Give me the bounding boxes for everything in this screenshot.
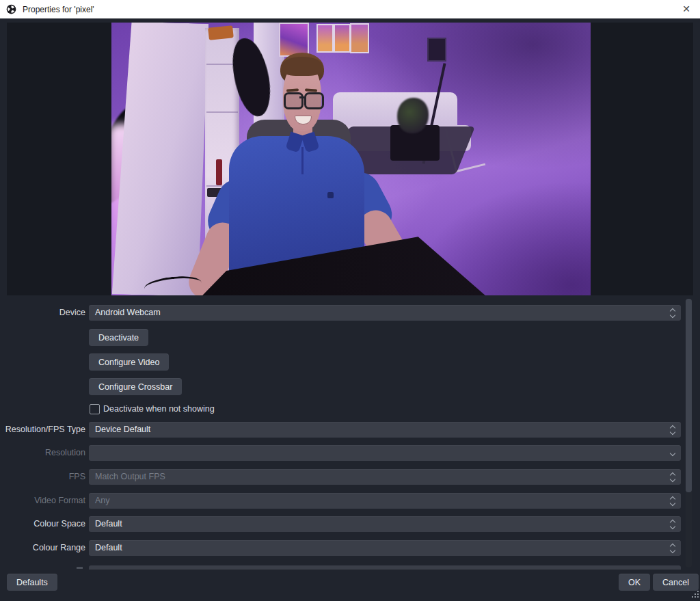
titlebar: Properties for 'pixel' ✕ [0, 0, 700, 18]
resolution-select [89, 445, 681, 461]
deactivate-button[interactable]: Deactivate [89, 329, 148, 346]
deactivate-when-not-showing-checkbox[interactable] [90, 404, 100, 414]
preview-panel [7, 23, 693, 295]
res-fps-type-label: Resolution/FPS Type [0, 422, 85, 438]
defaults-button[interactable]: Defaults [7, 574, 57, 591]
wall-poster [317, 24, 334, 53]
spinner-icon [669, 496, 676, 505]
device-value: Android Webcam [95, 305, 161, 321]
device-select[interactable]: Android Webcam [89, 305, 681, 321]
video-format-select: Any [89, 493, 681, 509]
colour-range-value: Default [95, 540, 122, 556]
res-fps-type-value: Device Default [95, 422, 150, 438]
resize-grip[interactable] [692, 591, 693, 592]
colour-space-select[interactable]: Default [89, 516, 681, 532]
device-label: Device [0, 305, 85, 321]
shelf-item [208, 25, 234, 40]
resolution-label: Resolution [0, 445, 85, 461]
colour-range-select[interactable]: Default [89, 540, 681, 556]
video-format-value: Any [95, 493, 110, 509]
video-format-label: Video Format [0, 493, 85, 509]
spinner-icon [669, 425, 676, 434]
obs-logo-icon [6, 4, 16, 14]
ok-button[interactable]: OK [619, 574, 650, 591]
fps-select: Match Output FPS [89, 469, 681, 485]
picture-frame [427, 38, 446, 62]
spinner-icon [669, 544, 676, 552]
deactivate-when-not-showing-label: Deactivate when not showing [103, 403, 215, 414]
person-hairline [282, 57, 323, 76]
res-fps-type-select[interactable]: Device Default [89, 422, 681, 438]
wall-poster [350, 23, 369, 53]
spinner-icon [669, 520, 676, 529]
close-icon[interactable]: ✕ [673, 0, 700, 18]
glasses-bridge [299, 96, 306, 98]
wall-poster [334, 24, 351, 53]
form-scrollbar-handle[interactable] [686, 299, 692, 492]
polo-placket [301, 147, 304, 174]
wall-poster [279, 23, 309, 57]
window-title: Properties for 'pixel' [23, 5, 94, 14]
colour-space-value: Default [95, 516, 122, 532]
fps-label: FPS [0, 469, 85, 485]
spinner-icon [669, 308, 676, 317]
chevron-down-icon [669, 449, 676, 457]
colour-range-label: Colour Range [0, 540, 85, 556]
configure-video-button[interactable]: Configure Video [89, 353, 169, 371]
white-wardrobe [112, 23, 208, 295]
glasses-lens [304, 92, 324, 109]
colour-space-label: Colour Space [0, 516, 85, 532]
webcam-preview [111, 23, 591, 295]
shelf-item [216, 159, 222, 185]
partial-row-select [89, 565, 681, 570]
configure-crossbar-button[interactable]: Configure Crossbar [89, 378, 182, 395]
polo-logo [327, 192, 334, 198]
spinner-icon [669, 472, 676, 481]
partial-row-label [77, 567, 83, 569]
glasses-lens [284, 92, 304, 109]
properties-dialog: Properties for 'pixel' ✕ [0, 0, 700, 601]
plant [397, 98, 429, 133]
cancel-button[interactable]: Cancel [653, 574, 699, 591]
shelf-line [206, 111, 238, 113]
fps-value: Match Output FPS [95, 469, 165, 485]
